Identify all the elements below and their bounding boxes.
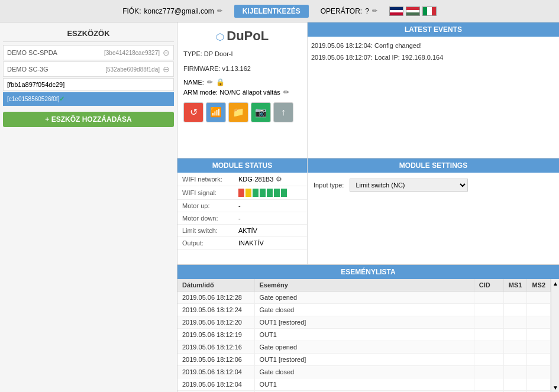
scroll-down-button[interactable]: ▼ xyxy=(551,383,559,392)
wifi-settings-button[interactable]: ⚙ xyxy=(276,175,282,183)
wifi-signal-bar xyxy=(238,189,302,197)
name-label: NAME: xyxy=(183,79,204,86)
table-row: 2019.05.06 18:12:24 Gate closed xyxy=(177,304,551,316)
wifi-bar-7 xyxy=(281,189,287,197)
event-ms2-2 xyxy=(527,316,551,329)
event-tbody: 2019.05.06 18:12:28 Gate opened 2019.05.… xyxy=(177,291,551,393)
operator-info: OPERÁTOR: ? ✏ xyxy=(321,7,377,15)
arm-mode-row: ARM mode: NO/NC állapot váltás ✏ xyxy=(183,88,301,96)
col-header-ms2: MS2 xyxy=(527,279,551,291)
table-row: 2019.05.06 18:12:04 OUT1 xyxy=(177,378,551,391)
device-id-1: [3be414218cae9327] xyxy=(104,50,160,56)
dupol-logo-text: DuPoL xyxy=(227,28,269,43)
sidebar-item-device-3[interactable]: [fbb1a897f054dc29] xyxy=(3,78,174,91)
event-scroll-area[interactable]: Dátum/idő Esemény CID MS1 MS2 2019.05.06… xyxy=(177,279,551,392)
wifi-bar-6 xyxy=(274,189,280,197)
limit-switch-label: Limit switch: xyxy=(177,225,234,237)
col-header-cid: CID xyxy=(474,279,503,291)
action-buttons: ↺ 📶 📁 📷 ↑ xyxy=(183,102,301,122)
event-text-2: OUT1 [restored] xyxy=(254,316,474,329)
table-row: 2019.05.06 18:12:20 OUT1 [restored] xyxy=(177,316,551,329)
lock-icon[interactable]: 🔒 xyxy=(216,78,225,86)
event-text-4: Gate opened xyxy=(254,341,474,354)
event-cid-5 xyxy=(474,354,503,366)
wifi-bar-4 xyxy=(260,189,266,197)
sidebar-item-device-2[interactable]: DEMO SC-3G [532abe609d88f1da] ⊖ xyxy=(3,61,174,77)
status-table: WIFI network: KDG-281B3 ⚙ WIFI signal: xyxy=(177,173,307,250)
output-value: INAKTÍV xyxy=(234,237,307,250)
event-datetime-4: 2019.05.06 18:12:16 xyxy=(177,341,254,354)
event-cid-2 xyxy=(474,316,503,329)
wifi-signal-label: WIFI signal: xyxy=(177,186,234,200)
event-ms2-7 xyxy=(527,378,551,391)
device-name-row: NAME: ✏ 🔒 xyxy=(183,78,301,86)
device-firmware: FIRMWARE: v1.13.162 xyxy=(183,63,301,75)
edit-account-icon[interactable]: ✏ xyxy=(217,7,222,15)
edit-operator-icon[interactable]: ✏ xyxy=(372,7,377,15)
logout-button[interactable]: KIJELENTKEZÉS xyxy=(234,5,309,18)
event-text-3: OUT1 xyxy=(254,329,474,341)
module-settings-title: MODULE SETTINGS xyxy=(308,158,559,173)
event-ms2-1 xyxy=(527,304,551,316)
dupol-logo: ⬡ DuPoL xyxy=(183,28,301,44)
wifi-button[interactable]: 📶 xyxy=(206,102,226,122)
output-label: Output: xyxy=(177,237,234,250)
col-header-datetime: Dátum/idő xyxy=(177,279,254,291)
device-active-check-icon: ✓ xyxy=(59,95,64,103)
event-cid-3 xyxy=(474,329,503,341)
device-id-4: [c1e0158560526f0f] xyxy=(7,96,59,102)
upload-button[interactable]: ↑ xyxy=(273,102,293,122)
flag-it[interactable] xyxy=(422,7,437,16)
event-ms1-0 xyxy=(503,291,527,304)
device-type: TYPE: DP Door-I xyxy=(183,48,301,60)
event-ms1-2 xyxy=(503,316,527,329)
header: FIÓK: koncz777@gmail.com ✏ KIJELENTKEZÉS… xyxy=(0,0,559,22)
event-cid-0 xyxy=(474,291,503,304)
flag-hu[interactable] xyxy=(406,7,420,16)
remove-device-2-icon[interactable]: ⊖ xyxy=(163,64,170,74)
input-type-select[interactable]: Limit switch (NC) Limit switch (NO) Push… xyxy=(350,179,468,192)
latest-events-title: LATEST EVENTS xyxy=(308,22,559,37)
folder-button[interactable]: 📁 xyxy=(228,102,248,122)
event-cid-4 xyxy=(474,341,503,354)
edit-arm-mode-icon[interactable]: ✏ xyxy=(283,88,289,96)
arm-mode-text: ARM mode: NO/NC állapot váltás xyxy=(183,89,280,96)
event-datetime-7: 2019.05.06 18:12:04 xyxy=(177,378,254,391)
event-cid-6 xyxy=(474,366,503,378)
module-status-panel: MODULE STATUS WIFI network: KDG-281B3 ⚙ xyxy=(177,158,308,264)
table-row: 2019.05.06 18:12:28 Gate opened xyxy=(177,291,551,304)
event-list-container: Dátum/idő Esemény CID MS1 MS2 2019.05.06… xyxy=(177,279,559,392)
table-row: 2019.05.06 18:12:19 OUT1 xyxy=(177,329,551,341)
event-ms2-6 xyxy=(527,366,551,378)
wifi-signal-value xyxy=(234,186,307,200)
add-device-button[interactable]: + ESZKÖZ HOZZÁADÁSA xyxy=(3,112,174,127)
reset-button[interactable]: ↺ xyxy=(183,102,203,122)
camera-button[interactable]: 📷 xyxy=(251,102,271,122)
sidebar-item-device-1[interactable]: DEMO SC-SPDA [3be414218cae9327] ⊖ xyxy=(3,45,174,60)
operator-value: ? xyxy=(365,7,369,15)
table-row: Limit switch: AKTÍV xyxy=(177,225,307,237)
event-text-7: OUT1 xyxy=(254,378,474,391)
module-area: MODULE STATUS WIFI network: KDG-281B3 ⚙ xyxy=(177,158,559,265)
wifi-network-label: WIFI network: xyxy=(177,173,234,186)
flag-uk[interactable] xyxy=(389,7,403,16)
latest-event-2: 2019.05.06 18:12:07: Local IP: 192.168.0… xyxy=(311,52,555,64)
col-header-ms1: MS1 xyxy=(503,279,527,291)
latest-events-panel: LATEST EVENTS 2019.05.06 18:12:04: Confi… xyxy=(308,22,559,158)
top-panel: ⬡ DuPoL TYPE: DP Door-I FIRMWARE: v1.13.… xyxy=(177,22,559,158)
wifi-network-row: KDG-281B3 ⚙ xyxy=(238,175,302,183)
remove-device-1-icon[interactable]: ⊖ xyxy=(163,48,170,57)
event-datetime-6: 2019.05.06 18:12:04 xyxy=(177,366,254,378)
event-ms2-4 xyxy=(527,341,551,354)
sidebar-item-device-4[interactable]: [c1e0158560526f0f] ✓ xyxy=(3,92,174,106)
table-row: Motor up: - xyxy=(177,200,307,212)
account-label: FIÓK: xyxy=(122,7,141,15)
events-table: Dátum/idő Esemény CID MS1 MS2 2019.05.06… xyxy=(177,279,551,392)
flags-container xyxy=(389,7,437,16)
edit-name-icon[interactable]: ✏ xyxy=(207,78,213,86)
settings-body: Input type: Limit switch (NC) Limit swit… xyxy=(308,173,559,197)
scroll-up-button[interactable]: ▲ xyxy=(551,279,559,288)
event-ms1-6 xyxy=(503,366,527,378)
device-id-3: [fbb1a897f054dc29] xyxy=(7,81,64,88)
event-text-1: Gate closed xyxy=(254,304,474,316)
